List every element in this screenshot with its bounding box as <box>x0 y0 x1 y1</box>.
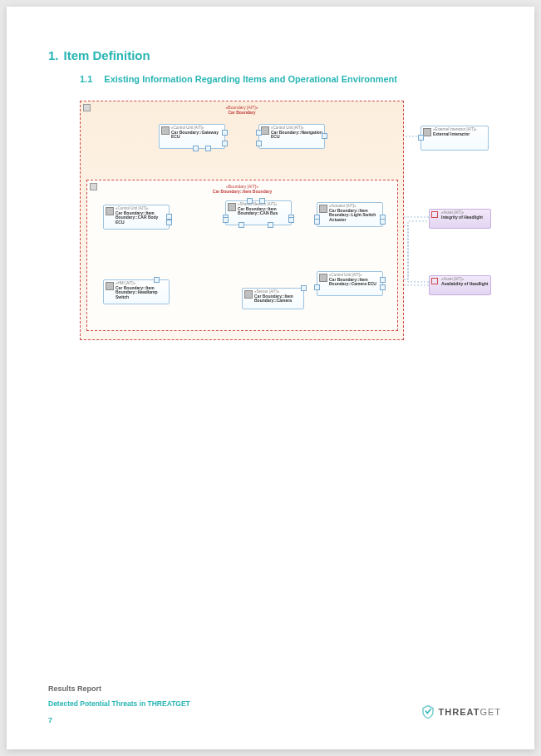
shared-medium-icon <box>228 203 236 211</box>
port <box>256 141 262 146</box>
port <box>193 146 199 151</box>
heading-1: 1.Item Definition <box>48 48 501 62</box>
actuator-icon <box>319 205 327 213</box>
asset-icon <box>431 211 438 218</box>
brand-logo: THREATGET <box>421 704 501 719</box>
car-boundary-label: «Boundary [AIT]» Car Boundary <box>81 106 403 115</box>
footer-title: Results Report <box>48 684 501 693</box>
sensor-icon <box>244 290 253 299</box>
node-camera: «Sensor [AIT]» Car Boundary::Item Bounda… <box>242 288 304 309</box>
port <box>223 217 229 223</box>
port <box>259 198 265 204</box>
control-unit-icon <box>106 207 114 215</box>
port <box>166 214 172 220</box>
logo-mark-icon <box>421 704 435 719</box>
node-light-actuator: «Actuator [AIT]» Car Boundary::Item Boun… <box>317 202 383 227</box>
port <box>418 135 424 141</box>
port <box>222 130 228 136</box>
node-external-interactor: «External Interactor [AIT]» External Int… <box>421 126 489 151</box>
port <box>380 219 386 225</box>
port <box>247 198 253 204</box>
asset-icon <box>431 278 438 284</box>
logo-text: THREATGET <box>439 707 501 717</box>
control-unit-icon <box>161 126 170 135</box>
port <box>256 130 262 136</box>
heading-2-number: 1.1 <box>80 74 92 84</box>
item-boundary-label: «Boundary [AIT]» Car Boundary::Item Boun… <box>87 185 397 194</box>
node-car-body-ecu: «Control Unit [AIT]» Car Boundary::Item … <box>103 205 170 230</box>
port <box>380 284 386 290</box>
heading-1-number: 1. <box>48 48 59 62</box>
node-can-bus: «Shared Medium [AIT]» Car Boundary::Item… <box>225 200 292 225</box>
system-diagram: «Boundary [AIT]» Car Boundary «Control U… <box>80 101 495 342</box>
port <box>166 220 172 225</box>
port <box>222 141 228 146</box>
port <box>322 133 327 139</box>
port <box>314 284 320 290</box>
heading-2-text: Existing Information Regarding Items and… <box>104 74 397 84</box>
node-headlamp-switch: «HMI [AIT]» Car Boundary::Item Boundary:… <box>103 279 170 304</box>
asset-integrity: «Asset [AIT]» Integrity of Headlight <box>429 209 491 229</box>
asset-availability: «Asset [AIT]» Availability of Headlight <box>429 275 491 295</box>
page-footer: Results Report Detected Potential Threat… <box>48 684 501 724</box>
port <box>288 217 294 223</box>
port <box>154 277 160 283</box>
control-unit-icon <box>319 274 327 282</box>
port <box>205 146 211 151</box>
hmi-icon <box>106 282 114 290</box>
port <box>239 222 244 228</box>
node-camera-ecu: «Control Unit [AIT]» Car Boundary::Item … <box>317 271 383 296</box>
port <box>268 222 273 228</box>
heading-2: 1.1Existing Information Regarding Items … <box>80 74 501 84</box>
node-navigation-ecu: «Control Unit [AIT]» Car Boundary::Navig… <box>258 124 325 149</box>
control-unit-icon <box>261 126 269 135</box>
heading-1-text: Item Definition <box>64 48 150 62</box>
port <box>314 219 320 225</box>
port <box>301 285 307 291</box>
interactor-icon <box>423 128 431 136</box>
report-page: 1.Item Definition 1.1Existing Informatio… <box>7 7 534 749</box>
port <box>380 277 386 283</box>
node-gateway-ecu: «Control Unit [AIT]» Car Boundary::Gatew… <box>159 124 225 149</box>
